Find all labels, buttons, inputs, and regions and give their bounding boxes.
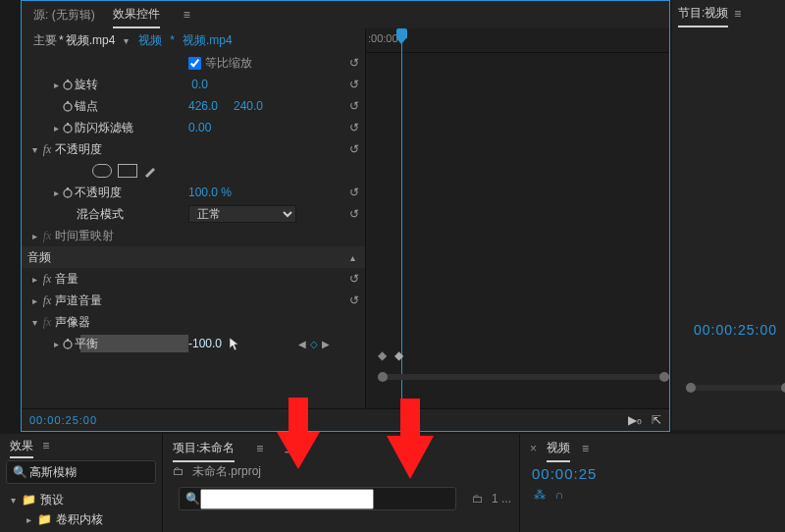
balance-row: ▸ 平衡 -100.0 ◀ ◇ ▶ xyxy=(22,333,365,354)
project-tab[interactable]: 项目:未命名 xyxy=(173,436,235,462)
keyframe-diamond-icon[interactable]: ◆ xyxy=(378,348,387,362)
tools-tab[interactable]: 工具 xyxy=(285,437,308,461)
reset-icon[interactable]: ↺ xyxy=(349,121,359,134)
program-monitor-panel: 节目:视频 ≡ 00:00:25:00 xyxy=(672,0,785,430)
play-only-icon[interactable]: ▶₀ xyxy=(628,413,642,427)
tree-node-presets[interactable]: ▾📁预设 xyxy=(8,490,162,509)
chevron-right-icon[interactable]: ▸ xyxy=(51,80,61,90)
balance-value[interactable]: -100.0 xyxy=(188,337,222,350)
rotation-value[interactable]: 0.0 xyxy=(191,78,208,91)
mask-shapes-row xyxy=(22,160,365,182)
reset-icon[interactable]: ↺ xyxy=(349,207,359,221)
keyframe-timeline[interactable]: :00:00 ◆ ◆ xyxy=(365,28,669,431)
snap-icon[interactable]: ⁂ xyxy=(534,488,546,502)
effects-search-input[interactable] xyxy=(27,464,179,480)
nested-file[interactable]: 视频.mp4 xyxy=(183,32,233,49)
project-search-box[interactable]: 🔍 xyxy=(179,487,456,510)
source-tab[interactable]: 源: (无剪辑) xyxy=(33,3,95,27)
program-tab[interactable]: 节目:视频 xyxy=(678,1,728,27)
fx-icon[interactable]: fx xyxy=(39,272,55,287)
chevron-down-icon[interactable]: ▾ xyxy=(29,317,39,328)
rect-mask-button[interactable] xyxy=(118,164,137,178)
export-icon[interactable]: ⇱ xyxy=(652,413,661,427)
stopwatch-icon[interactable] xyxy=(61,186,75,198)
reset-icon[interactable]: ↺ xyxy=(349,78,359,91)
stopwatch-icon[interactable] xyxy=(61,338,75,349)
fx-icon: fx xyxy=(39,315,55,330)
reset-icon[interactable]: ↺ xyxy=(349,56,359,70)
chevron-right-icon[interactable]: ▸ xyxy=(51,339,61,349)
timeline-timecode[interactable]: 00:00:25 xyxy=(520,465,785,482)
program-timecode[interactable]: 00:00:25:00 xyxy=(672,322,785,338)
panel-tabs: 源: (无剪辑) 效果控件 ≡ xyxy=(22,1,669,28)
volume-label: 音量 xyxy=(55,271,78,288)
reset-icon[interactable]: ↺ xyxy=(349,186,359,199)
timeline-ruler[interactable]: :00:00 xyxy=(366,28,669,53)
volume-row[interactable]: ▸ fx 音量 ↺ xyxy=(22,268,365,290)
prev-keyframe-icon[interactable]: ◀ xyxy=(298,339,306,349)
fx-icon[interactable]: fx xyxy=(39,293,55,308)
timeline-zoom-bar[interactable] xyxy=(378,374,669,380)
search-icon: 🔍 xyxy=(185,492,200,505)
chevron-right-icon[interactable]: ▸ xyxy=(29,274,39,285)
svg-point-8 xyxy=(64,341,72,348)
hamburger-icon[interactable]: ≡ xyxy=(734,7,741,21)
channel-volume-row[interactable]: ▸ fx 声道音量 ↺ xyxy=(22,290,365,311)
tree-node-kernel[interactable]: ▸📁卷积内核 xyxy=(8,509,162,529)
panel-footer: 00:00:25:00 ▶₀ ⇱ xyxy=(22,408,669,431)
playhead[interactable] xyxy=(401,28,402,431)
chevron-right-icon[interactable]: ▸ xyxy=(51,123,61,133)
effects-search-box[interactable]: 🔍 × xyxy=(6,460,156,484)
project-file-row: 🗀 未命名.prproj xyxy=(163,459,519,483)
folder-icon[interactable]: 🗀 xyxy=(472,492,484,505)
pen-mask-button[interactable] xyxy=(143,164,161,176)
chevron-right-icon[interactable]: ▸ xyxy=(29,295,39,306)
chevron-right-icon[interactable]: ▸ xyxy=(51,187,61,198)
add-keyframe-icon[interactable]: ◇ xyxy=(310,339,318,349)
fx-icon[interactable]: fx xyxy=(39,142,55,157)
channel-volume-label: 声道音量 xyxy=(55,293,102,309)
keyframe-diamond-icon[interactable]: ◆ xyxy=(394,348,403,362)
scale-lock-row: 等比缩放 ↺ xyxy=(22,52,365,74)
reset-icon[interactable]: ↺ xyxy=(349,293,359,307)
reset-icon[interactable]: ↺ xyxy=(349,142,359,156)
hamburger-icon[interactable]: ≡ xyxy=(183,8,190,22)
ellipse-mask-button[interactable] xyxy=(92,164,112,178)
anchor-y[interactable]: 240.0 xyxy=(234,99,263,113)
effects-tab[interactable]: 效果 xyxy=(10,435,33,458)
timeline-tab[interactable]: 视频 xyxy=(547,436,570,462)
project-search-input[interactable] xyxy=(200,489,374,509)
nested-label[interactable]: 视频 xyxy=(138,32,162,49)
stopwatch-icon[interactable] xyxy=(61,100,75,112)
flicker-value[interactable]: 0.00 xyxy=(188,121,211,134)
primary-file[interactable]: 视频.mp4 xyxy=(66,32,116,49)
footer-timecode[interactable]: 00:00:25:00 xyxy=(29,414,97,426)
chevron-right-icon[interactable]: ▸ xyxy=(29,231,39,241)
primary-label: 主要 xyxy=(33,32,57,49)
chevron-down-icon[interactable]: ▾ xyxy=(29,144,39,155)
keyframe-markers: ◆ ◆ xyxy=(378,348,403,362)
anchor-x[interactable]: 426.0 xyxy=(188,99,218,113)
close-icon[interactable]: × xyxy=(530,442,537,455)
opacity-section-row[interactable]: ▾ fx 不透明度 ↺ xyxy=(22,138,365,160)
scale-lock-checkbox[interactable] xyxy=(188,57,201,70)
blend-mode-select[interactable]: 正常 xyxy=(188,205,296,223)
panner-row[interactable]: ▾ fx 声像器 xyxy=(22,311,365,333)
svg-rect-7 xyxy=(67,187,69,189)
collapse-icon[interactable]: ▴ xyxy=(350,252,355,263)
stopwatch-icon[interactable] xyxy=(61,122,75,133)
audio-section-header[interactable]: 音频 ▴ xyxy=(22,246,365,268)
time-remap-row[interactable]: ▸ fx 时间重映射 xyxy=(22,225,365,246)
effect-controls-tab[interactable]: 效果控件 xyxy=(113,2,160,28)
magnet-icon[interactable]: ∩ xyxy=(555,488,564,502)
next-keyframe-icon[interactable]: ▶ xyxy=(322,339,330,349)
chevron-down-icon[interactable]: ▾ xyxy=(121,35,131,46)
stopwatch-icon[interactable] xyxy=(61,79,75,90)
reset-icon[interactable]: ↺ xyxy=(349,99,359,113)
hamburger-icon[interactable]: ≡ xyxy=(42,439,49,452)
hamburger-icon[interactable]: ≡ xyxy=(256,442,263,455)
opacity-value[interactable]: 100.0 % xyxy=(188,186,232,199)
svg-rect-3 xyxy=(67,101,69,103)
reset-icon[interactable]: ↺ xyxy=(349,272,359,286)
hamburger-icon[interactable]: ≡ xyxy=(582,442,589,455)
